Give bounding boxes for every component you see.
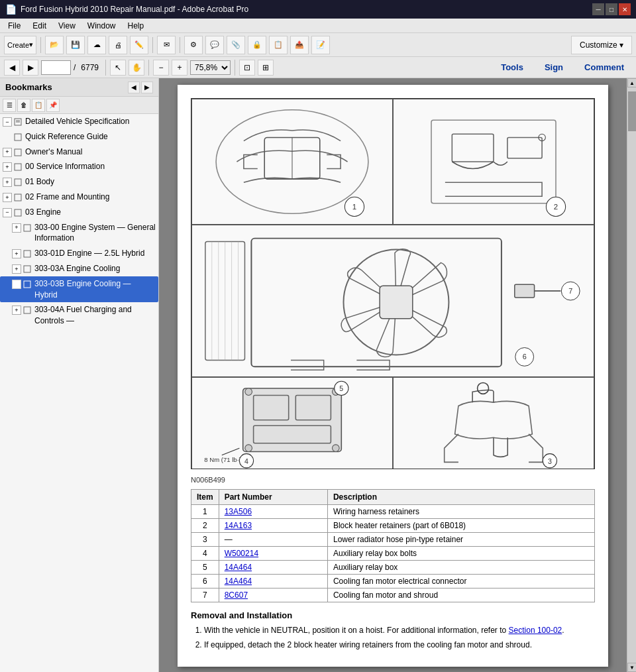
sidebar-item-303-03b[interactable]: + 303-03B Engine Cooling — Hybrid: [0, 276, 158, 303]
minimize-button[interactable]: ─: [592, 3, 604, 15]
bookmark-icon-02: [13, 193, 23, 202]
sidebar-paste-button[interactable]: 📌: [46, 99, 60, 112]
pan-tool-button[interactable]: ✋: [129, 60, 144, 76]
print-button[interactable]: 🖨: [109, 36, 127, 54]
table-cell-part: 13A506: [219, 505, 327, 519]
title-bar-controls[interactable]: ─ □ ✕: [592, 3, 631, 15]
scrollbar-arrow-down[interactable]: ▼: [627, 663, 636, 672]
sidebar-item-303-00[interactable]: + 303-00 Engine System — General Informa…: [0, 220, 158, 247]
sidebar-item-detailed-vehicle[interactable]: − Detailed Vehicle Specification: [0, 114, 158, 129]
expand-00-service[interactable]: +: [3, 162, 12, 172]
fit-width-button[interactable]: ⊞: [258, 60, 274, 76]
customize-button[interactable]: Customize ▾: [571, 36, 632, 54]
sidebar-delete-button[interactable]: 🗑: [17, 99, 30, 112]
sidebar-item-303-01d[interactable]: + 303-01D Engine — 2.5L Hybrid: [0, 246, 158, 261]
attach-button[interactable]: 📎: [227, 36, 245, 54]
sign-button[interactable]: Sign: [537, 58, 571, 77]
save-button[interactable]: 💾: [66, 36, 85, 54]
zoom-in-button[interactable]: +: [172, 60, 187, 76]
svg-rect-21: [507, 137, 542, 158]
sidebar-controls[interactable]: ◀ ▶: [128, 82, 153, 93]
fit-page-button[interactable]: ⊡: [239, 60, 255, 76]
expand-01-body[interactable]: +: [3, 178, 12, 187]
main-toolbar: Create ▾ 📂 💾 ☁ 🖨 ✏️ ✉ ⚙ 💬 📎 🔒 📋 📤 📝 Cust…: [0, 33, 636, 57]
expand-303-03a[interactable]: +: [12, 264, 21, 274]
sidebar-item-303-04a[interactable]: + 303-04A Fuel Charging and Controls —: [0, 302, 158, 329]
table-cell-item: 7: [191, 588, 219, 602]
expand-303-00[interactable]: +: [12, 223, 21, 233]
sidebar-item-03-engine[interactable]: − 03 Engine: [0, 205, 158, 220]
select-tool-button[interactable]: ↖: [110, 60, 126, 76]
forms-button[interactable]: 📝: [311, 36, 330, 54]
menu-edit[interactable]: Edit: [27, 20, 52, 32]
zoom-out-button[interactable]: −: [153, 60, 169, 76]
diagram-top-right: 2: [394, 99, 594, 224]
expand-03-engine[interactable]: −: [3, 208, 12, 217]
diagram-middle: 7 6: [192, 225, 594, 376]
nav-forward-button[interactable]: ▶: [23, 60, 38, 76]
export-button[interactable]: 📤: [290, 36, 309, 54]
expand-303-03b[interactable]: +: [12, 280, 21, 289]
tools-button[interactable]: Tools: [493, 58, 531, 77]
zoom-select[interactable]: 75,8%: [190, 60, 231, 75]
svg-text:5: 5: [339, 384, 343, 392]
expand-303-04a[interactable]: +: [12, 306, 21, 315]
sidebar-item-02-frame[interactable]: + 02 Frame and Mounting: [0, 190, 158, 205]
sidebar-menu-button[interactable]: ☰: [3, 99, 16, 112]
window-title: Ford Fusion Hybrid 2010 Repair Manual.pd…: [21, 5, 248, 14]
part-number-link[interactable]: 14A464: [225, 563, 252, 572]
comment-sticky-button[interactable]: 💬: [205, 36, 224, 54]
menu-window[interactable]: Window: [82, 20, 121, 32]
menu-file[interactable]: File: [3, 20, 26, 32]
table-cell-part: 14A163: [219, 519, 327, 533]
nav-back-button[interactable]: ◀: [4, 60, 20, 76]
scrollbar-thumb[interactable]: [628, 91, 636, 131]
scrollbar-arrow-up[interactable]: ▲: [627, 78, 636, 87]
sidebar-item-owners-manual[interactable]: + Owner's Manual: [0, 144, 158, 160]
expand-detailed-vehicle[interactable]: −: [3, 117, 12, 127]
svg-rect-8: [15, 209, 21, 216]
part-number-link[interactable]: 14A163: [225, 521, 252, 530]
menu-help[interactable]: Help: [123, 20, 150, 32]
svg-rect-12: [24, 281, 30, 288]
mail-button[interactable]: ✉: [157, 36, 176, 54]
bookmark-text-303-04a: 303-04A Fuel Charging and Controls —: [34, 304, 156, 327]
bookmark-icon-303-03b: [23, 280, 32, 289]
table-cell-description: Cooling fan motor and shroud: [327, 588, 594, 602]
table-row: 614A464Cooling fan motor electrical conn…: [191, 575, 595, 588]
page-input[interactable]: 2081: [41, 60, 71, 75]
settings-button[interactable]: ⚙: [184, 36, 203, 54]
sidebar-expand-button[interactable]: ▶: [141, 82, 153, 93]
upload-button[interactable]: ☁: [87, 36, 106, 54]
sidebar-item-00-service[interactable]: + 00 Service Information: [0, 159, 158, 174]
edit-button[interactable]: ✏️: [130, 36, 148, 54]
part-number-link[interactable]: 14A464: [225, 577, 252, 586]
right-scrollbar[interactable]: ▲ ▼: [627, 78, 636, 672]
security-button[interactable]: 🔒: [248, 36, 266, 54]
bot-left-svg: 8 Nm (71 lb·in) 4 5: [192, 378, 392, 469]
maximize-button[interactable]: □: [606, 3, 617, 15]
portfolio-button[interactable]: 📋: [269, 36, 288, 54]
sidebar-item-quick-reference[interactable]: Quick Reference Guide: [0, 129, 158, 144]
comment-button[interactable]: Comment: [576, 58, 632, 77]
menu-view[interactable]: View: [53, 20, 81, 32]
open-button[interactable]: 📂: [45, 36, 64, 54]
sidebar-item-303-03a[interactable]: + 303-03A Engine Cooling: [0, 261, 158, 276]
title-bar: 📄 Ford Fusion Hybrid 2010 Repair Manual.…: [0, 0, 636, 19]
sidebar-collapse-button[interactable]: ◀: [128, 82, 140, 93]
part-number-link[interactable]: 13A506: [225, 507, 252, 516]
svg-text:7: 7: [568, 287, 572, 295]
part-number-link[interactable]: 8C607: [225, 590, 248, 600]
expand-02-frame[interactable]: +: [3, 193, 12, 202]
bookmark-icon-00: [13, 162, 23, 172]
sidebar-item-01-body[interactable]: + 01 Body: [0, 174, 158, 190]
sidebar-content[interactable]: − Detailed Vehicle Specification Quick R…: [0, 114, 158, 672]
create-button[interactable]: Create ▾: [4, 36, 36, 54]
section-link[interactable]: Section 100-02: [509, 626, 562, 635]
close-button[interactable]: ✕: [619, 3, 631, 15]
expand-owners-manual[interactable]: +: [3, 148, 12, 157]
sidebar-copy-button[interactable]: 📋: [32, 99, 45, 112]
expand-303-01d[interactable]: +: [12, 249, 21, 258]
part-number-link[interactable]: W500214: [225, 549, 258, 558]
content-area[interactable]: 1: [159, 78, 627, 672]
